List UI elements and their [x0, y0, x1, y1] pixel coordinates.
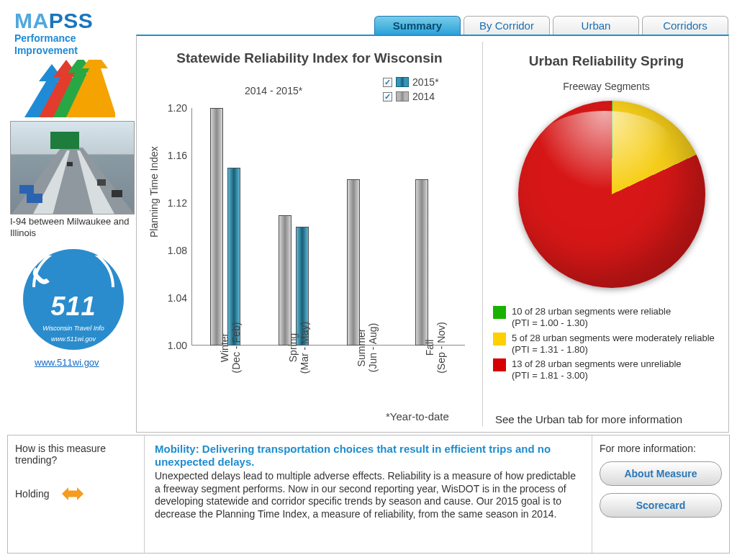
legend-label-2015: 2015*: [412, 76, 439, 88]
badge-511[interactable]: 511 Wisconsin Travel Info www.511wi.gov: [23, 249, 124, 350]
trend-panel: How is this measure trending? Holding: [8, 435, 145, 553]
logo-sub1: Performance: [14, 33, 133, 44]
link-511wi[interactable]: www.511wi.gov: [35, 357, 99, 368]
svg-marker-0: [11, 148, 135, 214]
logo-word: MAPSS: [14, 10, 133, 32]
y-tick: 1.00: [157, 340, 187, 351]
checkbox-2014[interactable]: [383, 92, 392, 101]
svg-rect-3: [50, 132, 79, 149]
panel-divider: [482, 42, 483, 426]
photo-caption: I-94 between Milwaukee and Illinois: [10, 216, 135, 240]
x-category: Spring (Mar - May): [287, 312, 310, 384]
svg-rect-4: [19, 185, 34, 194]
badge-number: 511: [50, 292, 96, 322]
checkbox-2015[interactable]: [383, 78, 392, 87]
see-urban-note: See the Urban tab for more information: [495, 413, 682, 425]
pie-legend-unreliable: 13 of 28 urban segments were unreliable …: [512, 358, 682, 382]
bar-chart-title: Statewide Reliability Index for Wisconsi…: [137, 50, 482, 66]
svg-rect-7: [97, 179, 106, 186]
pie-chart-title: Urban Reliability Spring: [489, 53, 723, 69]
pie-legend: 10 of 28 urban segments were reliable (P…: [493, 306, 715, 385]
tabs: Summary By Corridor Urban Corridors: [374, 16, 728, 35]
tab-corridors[interactable]: Corridors: [642, 16, 728, 35]
y-tick: 1.20: [157, 102, 187, 114]
svg-rect-8: [67, 162, 73, 166]
scorecard-button[interactable]: Scorecard: [600, 493, 722, 518]
bar-2014: [210, 108, 223, 346]
bottom-band: How is this measure trending? Holding Mo…: [7, 435, 730, 554]
more-info-heading: For more information:: [600, 443, 722, 454]
tab-urban[interactable]: Urban: [553, 16, 639, 35]
logo-sub2: Improvement: [14, 45, 133, 56]
mobility-panel: Mobility: Delivering transportation choi…: [145, 435, 592, 553]
mapss-logo: MAPSS Performance Improvement: [14, 10, 133, 119]
pie-legend-moderate: 5 of 28 urban segments were moderately r…: [512, 333, 715, 356]
x-category: Summer (Jun - Aug): [356, 312, 379, 384]
holding-arrow-icon: [62, 486, 83, 502]
swatch-reliable-icon: [493, 306, 506, 319]
swatch-2015-icon: [396, 77, 409, 87]
y-tick: 1.16: [157, 150, 187, 161]
highway-photo: [10, 121, 135, 214]
y-tick: 1.04: [157, 292, 187, 304]
pie-chart-subtitle: Freeway Segments: [489, 81, 723, 92]
y-tick: 1.08: [157, 245, 187, 256]
legend-row-2014[interactable]: 2014: [383, 89, 439, 104]
legend-row-2015[interactable]: 2015*: [383, 75, 439, 89]
tab-summary[interactable]: Summary: [374, 16, 461, 35]
arrows-icon: [14, 60, 115, 117]
bar-chart-subtitle: 2014 - 2015*: [245, 85, 302, 96]
legend-label-2014: 2014: [412, 91, 435, 102]
bars-area: [191, 108, 465, 346]
phone-arc-icon: [27, 256, 120, 292]
legend: 2015* 2014: [383, 75, 439, 104]
tab-by-corridor[interactable]: By Corridor: [464, 16, 550, 35]
pie-chart: [518, 101, 705, 288]
pie-legend-reliable: 10 of 28 urban segments were reliable (P…: [512, 306, 671, 330]
badge-line1: Wisconsin Travel Info: [42, 325, 104, 333]
x-category: Fall (Sep - Nov): [424, 312, 447, 384]
swatch-2014-icon: [396, 91, 409, 101]
svg-marker-9: [62, 487, 83, 500]
bar-chart-plot: Planning Time Index 1.001.041.081.121.16…: [155, 108, 472, 346]
main-panel: Statewide Reliability Index for Wisconsi…: [136, 35, 729, 433]
about-measure-button[interactable]: About Measure: [600, 461, 722, 486]
svg-rect-5: [27, 194, 42, 203]
swatch-moderate-icon: [493, 333, 506, 346]
trend-value: Holding: [15, 488, 49, 500]
x-category: Winter (Dec - Feb): [219, 312, 242, 384]
svg-rect-6: [112, 190, 122, 197]
swatch-unreliable-icon: [493, 358, 506, 371]
trend-question: How is this measure trending?: [15, 443, 137, 466]
y-tick: 1.12: [157, 197, 187, 209]
mobility-heading: Mobility: Delivering transportation choi…: [155, 443, 582, 469]
badge-line2: www.511wi.gov: [51, 335, 96, 343]
mobility-body: Unexpected delays lead to multiple adver…: [155, 470, 582, 520]
more-info-panel: For more information: About Measure Scor…: [592, 435, 729, 553]
footnote: *Year-to-date: [386, 410, 449, 423]
